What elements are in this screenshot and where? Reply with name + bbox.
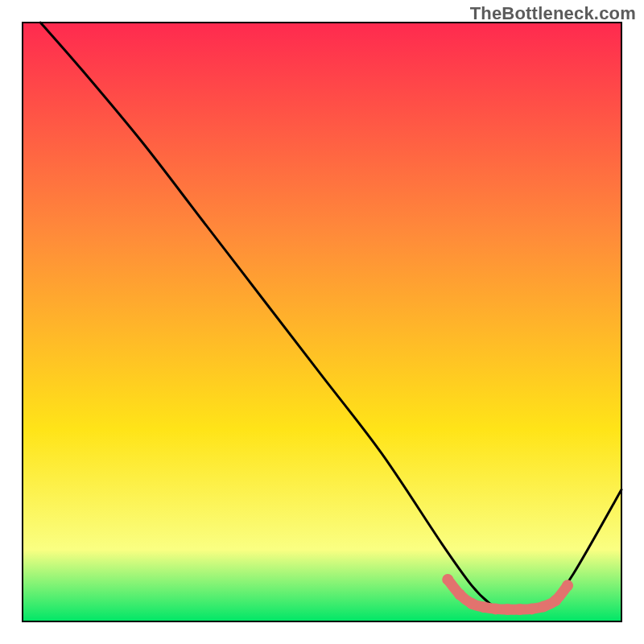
chart-container: TheBottleneck.com [0,0,644,644]
bottleneck-chart [0,0,644,644]
optimum-dot [490,603,502,614]
optimum-dot [514,604,526,615]
optimum-dot [502,604,514,615]
optimum-dot [538,601,549,612]
optimum-dot [442,574,453,585]
watermark-label: TheBottleneck.com [470,3,636,24]
gradient-background [23,23,621,621]
optimum-dot [562,580,573,591]
optimum-dot [454,589,465,601]
optimum-dot [466,598,477,609]
optimum-dot [550,595,561,606]
optimum-dot [526,603,537,614]
optimum-dot [478,601,489,613]
